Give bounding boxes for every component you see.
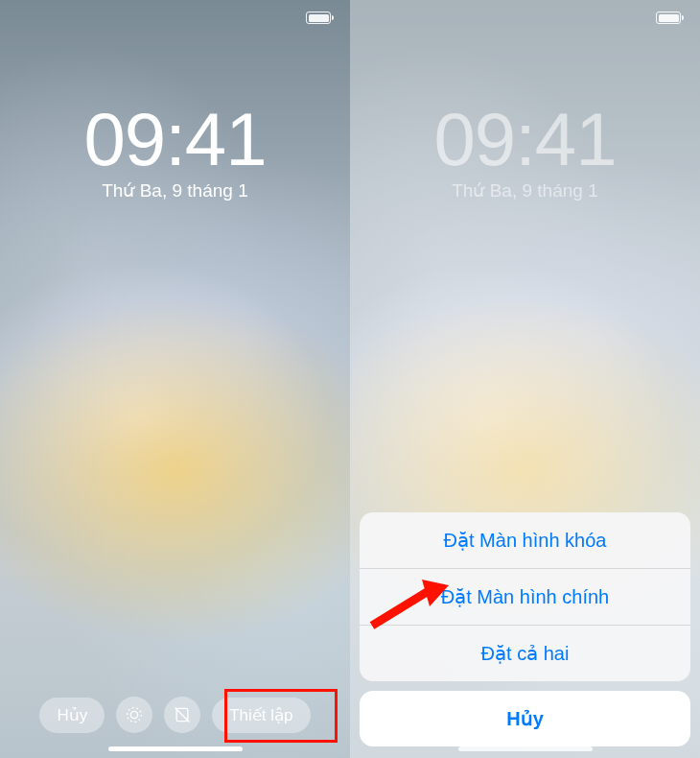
battery-icon	[306, 12, 331, 24]
svg-point-1	[128, 708, 142, 722]
set-lock-screen-option[interactable]: Đặt Màn hình khóa	[360, 512, 690, 569]
set-both-option[interactable]: Đặt cả hai	[360, 626, 690, 681]
live-photo-icon[interactable]	[116, 697, 152, 733]
time-label: 09:41	[0, 96, 350, 183]
date-label: Thứ Ba, 9 tháng 1	[0, 179, 350, 201]
time-label: 09:41	[350, 96, 700, 183]
highlight-box	[224, 689, 338, 743]
date-label: Thứ Ba, 9 tháng 1	[350, 179, 700, 201]
phone-left: 09:41 Thứ Ba, 9 tháng 1 Hủy Thiết lập	[0, 0, 350, 758]
lockscreen-preview: 09:41 Thứ Ba, 9 tháng 1	[0, 96, 350, 201]
annotation-arrow-icon	[364, 576, 451, 633]
battery-icon	[656, 12, 681, 24]
home-indicator[interactable]	[458, 746, 593, 751]
svg-marker-5	[422, 580, 449, 606]
cancel-button[interactable]: Hủy	[39, 698, 105, 733]
svg-line-4	[372, 589, 432, 626]
phone-right: 09:41 Thứ Ba, 9 tháng 1 Đặt Màn hình khó…	[350, 0, 700, 758]
home-indicator[interactable]	[108, 746, 243, 751]
sheet-cancel-button[interactable]: Hủy	[360, 691, 690, 746]
lockscreen-preview: 09:41 Thứ Ba, 9 tháng 1	[350, 96, 700, 201]
svg-point-0	[131, 711, 138, 718]
perspective-zoom-icon[interactable]	[164, 697, 200, 733]
